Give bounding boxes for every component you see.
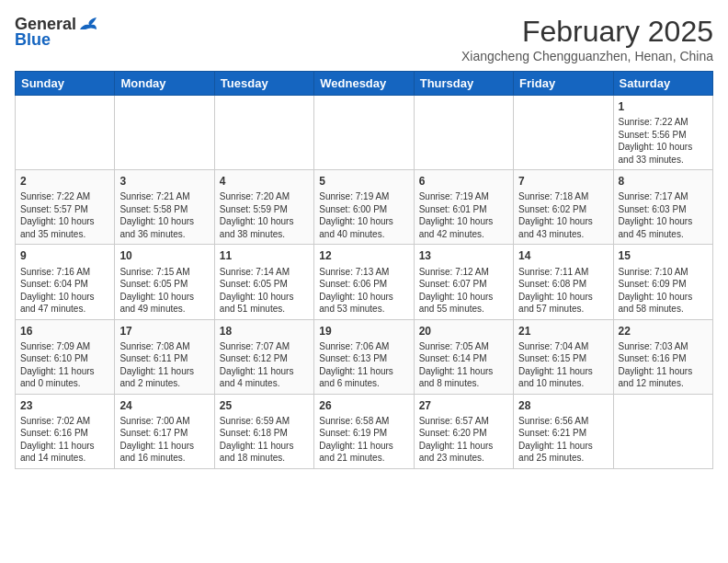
day-number: 14 bbox=[518, 248, 608, 263]
calendar-cell: 7Sunrise: 7:18 AM Sunset: 6:02 PM Daylig… bbox=[514, 170, 613, 245]
day-content: Sunrise: 7:16 AM Sunset: 6:04 PM Dayligh… bbox=[20, 266, 109, 316]
calendar-cell: 13Sunrise: 7:12 AM Sunset: 6:07 PM Dayli… bbox=[414, 245, 513, 319]
calendar-cell: 17Sunrise: 7:08 AM Sunset: 6:11 PM Dayli… bbox=[115, 319, 214, 394]
day-number: 12 bbox=[319, 248, 408, 263]
day-number: 10 bbox=[119, 248, 209, 263]
day-number: 22 bbox=[619, 324, 708, 339]
calendar-week-row: 2Sunrise: 7:22 AM Sunset: 5:57 PM Daylig… bbox=[16, 170, 713, 245]
day-content: Sunrise: 6:57 AM Sunset: 6:20 PM Dayligh… bbox=[419, 415, 508, 465]
calendar-cell bbox=[613, 394, 712, 468]
day-content: Sunrise: 7:18 AM Sunset: 6:02 PM Dayligh… bbox=[518, 190, 608, 240]
day-number: 15 bbox=[619, 248, 708, 263]
day-number: 27 bbox=[419, 398, 508, 413]
day-number: 23 bbox=[20, 398, 109, 413]
day-content: Sunrise: 7:15 AM Sunset: 6:05 PM Dayligh… bbox=[119, 266, 209, 316]
day-content: Sunrise: 6:58 AM Sunset: 6:19 PM Dayligh… bbox=[319, 415, 408, 465]
weekday-header-friday: Friday bbox=[514, 72, 613, 96]
calendar-cell: 21Sunrise: 7:04 AM Sunset: 6:15 PM Dayli… bbox=[514, 319, 613, 394]
day-content: Sunrise: 7:09 AM Sunset: 6:10 PM Dayligh… bbox=[20, 340, 109, 390]
calendar-cell: 22Sunrise: 7:03 AM Sunset: 6:16 PM Dayli… bbox=[613, 319, 712, 394]
calendar-cell: 3Sunrise: 7:21 AM Sunset: 5:58 PM Daylig… bbox=[115, 170, 214, 245]
day-number: 7 bbox=[518, 174, 608, 189]
calendar-week-row: 16Sunrise: 7:09 AM Sunset: 6:10 PM Dayli… bbox=[16, 319, 713, 394]
calendar-cell: 8Sunrise: 7:17 AM Sunset: 6:03 PM Daylig… bbox=[613, 170, 712, 245]
calendar-cell: 1Sunrise: 7:22 AM Sunset: 5:56 PM Daylig… bbox=[613, 96, 712, 170]
calendar-week-row: 9Sunrise: 7:16 AM Sunset: 6:04 PM Daylig… bbox=[16, 245, 713, 319]
day-number: 1 bbox=[619, 99, 708, 114]
day-content: Sunrise: 7:05 AM Sunset: 6:14 PM Dayligh… bbox=[419, 340, 508, 390]
calendar-cell bbox=[214, 96, 313, 170]
calendar-cell bbox=[16, 96, 115, 170]
day-content: Sunrise: 7:03 AM Sunset: 6:16 PM Dayligh… bbox=[619, 340, 708, 390]
day-number: 4 bbox=[220, 174, 309, 189]
day-content: Sunrise: 7:07 AM Sunset: 6:12 PM Dayligh… bbox=[220, 340, 309, 390]
calendar-week-row: 23Sunrise: 7:02 AM Sunset: 6:16 PM Dayli… bbox=[16, 394, 713, 468]
day-content: Sunrise: 7:13 AM Sunset: 6:06 PM Dayligh… bbox=[319, 266, 408, 316]
calendar-cell: 14Sunrise: 7:11 AM Sunset: 6:08 PM Dayli… bbox=[514, 245, 613, 319]
day-content: Sunrise: 7:06 AM Sunset: 6:13 PM Dayligh… bbox=[319, 340, 408, 390]
calendar-cell bbox=[115, 96, 214, 170]
calendar-cell bbox=[414, 96, 513, 170]
day-content: Sunrise: 7:19 AM Sunset: 6:01 PM Dayligh… bbox=[419, 190, 508, 240]
calendar-cell: 16Sunrise: 7:09 AM Sunset: 6:10 PM Dayli… bbox=[16, 319, 115, 394]
calendar-cell: 27Sunrise: 6:57 AM Sunset: 6:20 PM Dayli… bbox=[414, 394, 513, 468]
day-number: 2 bbox=[20, 174, 109, 189]
day-number: 21 bbox=[518, 324, 608, 339]
day-number: 20 bbox=[419, 324, 508, 339]
calendar-cell: 23Sunrise: 7:02 AM Sunset: 6:16 PM Dayli… bbox=[16, 394, 115, 468]
calendar-cell: 12Sunrise: 7:13 AM Sunset: 6:06 PM Dayli… bbox=[314, 245, 414, 319]
day-number: 28 bbox=[518, 398, 608, 413]
day-content: Sunrise: 7:17 AM Sunset: 6:03 PM Dayligh… bbox=[619, 190, 708, 240]
weekday-header-tuesday: Tuesday bbox=[214, 72, 313, 96]
weekday-header-row: SundayMondayTuesdayWednesdayThursdayFrid… bbox=[16, 72, 713, 96]
weekday-header-wednesday: Wednesday bbox=[314, 72, 414, 96]
day-number: 6 bbox=[419, 174, 508, 189]
weekday-header-saturday: Saturday bbox=[613, 72, 712, 96]
calendar-cell: 2Sunrise: 7:22 AM Sunset: 5:57 PM Daylig… bbox=[16, 170, 115, 245]
day-content: Sunrise: 7:02 AM Sunset: 6:16 PM Dayligh… bbox=[20, 415, 109, 465]
calendar-cell bbox=[314, 96, 414, 170]
day-number: 26 bbox=[319, 398, 408, 413]
day-content: Sunrise: 7:00 AM Sunset: 6:17 PM Dayligh… bbox=[119, 415, 209, 465]
calendar-cell: 19Sunrise: 7:06 AM Sunset: 6:13 PM Dayli… bbox=[314, 319, 414, 394]
calendar-table: SundayMondayTuesdayWednesdayThursdayFrid… bbox=[15, 71, 713, 469]
weekday-header-thursday: Thursday bbox=[414, 72, 513, 96]
calendar-cell bbox=[514, 96, 613, 170]
day-number: 19 bbox=[319, 324, 408, 339]
day-number: 25 bbox=[220, 398, 309, 413]
day-content: Sunrise: 7:14 AM Sunset: 6:05 PM Dayligh… bbox=[220, 266, 309, 316]
title-block: February 2025 Xiangcheng Chengguanzhen, … bbox=[461, 15, 713, 63]
day-number: 3 bbox=[119, 174, 209, 189]
calendar-cell: 5Sunrise: 7:19 AM Sunset: 6:00 PM Daylig… bbox=[314, 170, 414, 245]
month-title: February 2025 bbox=[461, 15, 713, 49]
day-number: 8 bbox=[619, 174, 708, 189]
calendar-cell: 4Sunrise: 7:20 AM Sunset: 5:59 PM Daylig… bbox=[214, 170, 313, 245]
calendar-cell: 6Sunrise: 7:19 AM Sunset: 6:01 PM Daylig… bbox=[414, 170, 513, 245]
day-content: Sunrise: 7:21 AM Sunset: 5:58 PM Dayligh… bbox=[119, 190, 209, 240]
day-number: 11 bbox=[220, 248, 309, 263]
day-content: Sunrise: 7:22 AM Sunset: 5:56 PM Dayligh… bbox=[619, 116, 708, 166]
calendar-cell: 24Sunrise: 7:00 AM Sunset: 6:17 PM Dayli… bbox=[115, 394, 214, 468]
day-content: Sunrise: 6:56 AM Sunset: 6:21 PM Dayligh… bbox=[518, 415, 608, 465]
day-number: 24 bbox=[119, 398, 209, 413]
day-content: Sunrise: 7:10 AM Sunset: 6:09 PM Dayligh… bbox=[619, 266, 708, 316]
weekday-header-sunday: Sunday bbox=[16, 72, 115, 96]
calendar-cell: 25Sunrise: 6:59 AM Sunset: 6:18 PM Dayli… bbox=[214, 394, 313, 468]
day-content: Sunrise: 7:19 AM Sunset: 6:00 PM Dayligh… bbox=[319, 190, 408, 240]
day-content: Sunrise: 7:20 AM Sunset: 5:59 PM Dayligh… bbox=[220, 190, 309, 240]
location-subtitle: Xiangcheng Chengguanzhen, Henan, China bbox=[461, 49, 713, 63]
day-number: 16 bbox=[20, 324, 109, 339]
calendar-cell: 18Sunrise: 7:07 AM Sunset: 6:12 PM Dayli… bbox=[214, 319, 313, 394]
calendar-cell: 10Sunrise: 7:15 AM Sunset: 6:05 PM Dayli… bbox=[115, 245, 214, 319]
day-number: 13 bbox=[419, 248, 508, 263]
day-number: 18 bbox=[220, 324, 309, 339]
page-header: General Blue February 2025 Xiangcheng Ch… bbox=[15, 15, 713, 63]
day-number: 5 bbox=[319, 174, 408, 189]
calendar-week-row: 1Sunrise: 7:22 AM Sunset: 5:56 PM Daylig… bbox=[16, 96, 713, 170]
day-content: Sunrise: 6:59 AM Sunset: 6:18 PM Dayligh… bbox=[220, 415, 309, 465]
day-content: Sunrise: 7:08 AM Sunset: 6:11 PM Dayligh… bbox=[119, 340, 209, 390]
calendar-cell: 9Sunrise: 7:16 AM Sunset: 6:04 PM Daylig… bbox=[16, 245, 115, 319]
calendar-cell: 28Sunrise: 6:56 AM Sunset: 6:21 PM Dayli… bbox=[514, 394, 613, 468]
weekday-header-monday: Monday bbox=[115, 72, 214, 96]
day-content: Sunrise: 7:11 AM Sunset: 6:08 PM Dayligh… bbox=[518, 266, 608, 316]
